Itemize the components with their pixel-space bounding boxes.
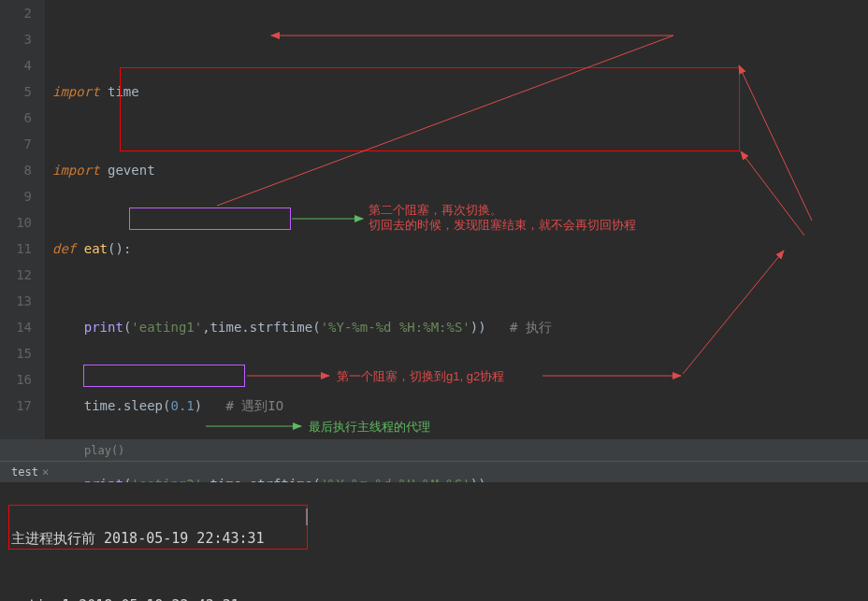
console-output[interactable]: 主进程执行前 2018-05-19 22:43:31 eating1 2018-… [0, 482, 868, 601]
code-line: print('eating1',time.strftime('%Y-%m-%d … [52, 314, 868, 340]
close-icon[interactable]: × [42, 465, 49, 479]
code-line: time.sleep(0.1) # 遇到IO [52, 393, 868, 419]
code-editor[interactable]: 2 3 4 5 6 7 8 9 10 11 12 13 14 15 16 17 … [0, 0, 868, 439]
console-line: 主进程执行前 2018-05-19 22:43:31 [11, 527, 868, 550]
line-gutter: 2 3 4 5 6 7 8 9 10 11 12 13 14 15 16 17 [0, 0, 45, 439]
code-line: def eat(): [52, 236, 868, 262]
code-line: import time [52, 79, 868, 105]
code-line: import gevent [52, 157, 868, 183]
console-tab[interactable]: test × [4, 465, 56, 479]
code-text[interactable]: import time import gevent def eat(): pri… [45, 0, 868, 439]
console-line: eating1 2018-05-19 22:43:31 [11, 594, 868, 601]
